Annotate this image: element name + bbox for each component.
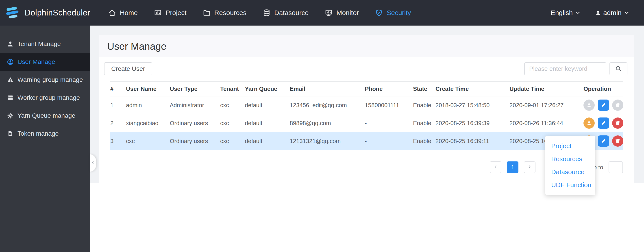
cell-create-time: 2018-03-27 15:48:50 [436,96,510,114]
user-menu[interactable]: admin [595,9,630,16]
delete-trash-icon [615,138,621,144]
nav-item-label: Datasource [274,9,308,16]
cell-create-time: 2020-08-25 16:39:39 [436,114,510,132]
datasource-icon [262,9,271,17]
col-header-user-name: User Name [126,82,170,96]
pagination-page-1[interactable]: 1 [507,162,518,173]
nav-item-resources[interactable]: Resources [203,9,246,17]
sidebar-item-user-manage[interactable]: User Manage [0,53,90,71]
cell-phone: - [365,114,413,132]
search-input[interactable] [524,62,606,75]
cell-create-time: 2020-08-25 16:39:11 [436,132,510,150]
nav-item-datasource[interactable]: Datasource [262,9,308,17]
pagination-next-button[interactable] [524,162,536,173]
authorize-menu-item-datasource[interactable]: Datasource [545,166,595,178]
chevron-down-icon [575,10,581,16]
cell-index: 1 [110,96,126,114]
create-user-button[interactable]: Create User [104,62,152,75]
sidebar-item-warning-group-manage[interactable]: Warning group manage [0,71,90,89]
authorize-menu-item-resources[interactable]: Resources [545,152,595,166]
delete-trash-icon [615,102,621,108]
authorize-user-button[interactable] [584,118,595,129]
language-label: English [551,9,573,16]
cell-user-name: xiangcaibiao [126,114,170,132]
security-shield-icon [375,9,383,17]
chevron-left-icon [90,160,95,166]
cell-tenant: cxc [220,114,245,132]
page-header: User Manage [99,35,634,58]
goto-page-input[interactable] [608,162,623,173]
sidebar-item-label: Tenant Manage [18,40,61,48]
cell-update-time: 2020-09-01 17:26:27 [510,96,584,114]
cell-yarn-queue: default [245,114,290,132]
delete-user-button[interactable] [612,118,623,129]
toolbar: Create User [99,62,634,75]
sidebar-item-tenant-manage[interactable]: Tenant Manage [0,35,90,53]
edit-pencil-icon [600,102,606,108]
search-button[interactable] [610,62,628,75]
authorize-menu-item-udf-function[interactable]: UDF Function [545,178,595,192]
nav-item-label: Home [120,9,138,16]
chevron-right-icon [527,164,532,171]
authorize-menu-popup: Project Resources Datasource UDF Functio… [545,136,595,195]
nav-item-monitor[interactable]: Monitor [325,9,359,17]
delete-trash-icon [615,120,621,126]
col-header-update-time: Update Time [510,82,584,96]
user-icon [595,10,601,16]
sidebar-item-label: Warning group manage [18,76,83,84]
edit-user-button[interactable] [598,136,609,147]
table-row: 2 xiangcaibiao Ordinary users cxc defaul… [110,114,623,132]
col-header-email: Email [290,82,365,96]
col-header-yarn-queue: Yarn Queue [245,82,290,96]
sidebar-item-token-manage[interactable]: Token manage [0,125,90,142]
main-nav: Home Project Resources Datasource [108,9,411,17]
brand[interactable]: DolphinScheduler [0,4,90,21]
sidebar-item-label: Yarn Queue manage [18,112,75,119]
cell-yarn-queue: default [245,132,290,150]
sidebar-item-yarn-queue-manage[interactable]: Yarn Queue manage [0,107,90,125]
pagination-prev-button[interactable] [490,162,502,173]
nav-item-home[interactable]: Home [108,9,138,17]
col-header-tenant: Tenant [220,82,245,96]
col-header-user-type: User Type [170,82,220,96]
chevron-down-icon [624,10,630,16]
edit-user-button[interactable] [598,100,609,111]
cell-user-name: cxc [126,132,170,150]
language-selector[interactable]: English [551,9,581,16]
authorize-user-icon [586,120,592,126]
authorize-menu-item-project[interactable]: Project [545,140,595,152]
sidebar-item-label: Worker group manage [18,94,80,101]
resources-icon [203,9,211,17]
table-row: 1 admin Administrator cxc default 123456… [110,96,623,114]
cell-yarn-queue: default [245,96,290,114]
nav-item-label: Resources [214,9,246,16]
cell-state: Enable [413,96,436,114]
sidebar-item-label: User Manage [18,58,55,66]
edit-user-button[interactable] [598,118,609,129]
search-box [524,62,628,75]
nav-item-label: Project [166,9,186,16]
delete-user-button[interactable] [612,136,623,147]
cell-state: Enable [413,132,436,150]
cell-user-type: Ordinary users [170,114,220,132]
table-header-row: # User Name User Type Tenant Yarn Queue … [110,82,623,96]
content-top-gap [90,26,644,35]
col-header-create-time: Create Time [436,82,510,96]
col-header-state: State [413,82,436,96]
cell-user-name: admin [126,96,170,114]
cell-tenant: cxc [220,132,245,150]
cell-email: 12131321@qq.com [290,132,365,150]
row-operations [584,100,622,111]
sidebar-item-worker-group-manage[interactable]: Worker group manage [0,89,90,107]
nav-item-project[interactable]: Project [154,9,186,17]
chevron-left-icon [493,164,498,171]
nav-item-security[interactable]: Security [375,9,411,17]
dolphinscheduler-logo-icon [4,4,21,21]
cell-phone: 15800001111 [365,96,413,114]
brand-name: DolphinScheduler [25,8,90,18]
tenant-icon [7,40,14,48]
delete-user-button [612,100,623,111]
cell-email: 123456_edit@qq.com [290,96,365,114]
username-label: admin [603,9,622,16]
cell-user-type: Administrator [170,96,220,114]
